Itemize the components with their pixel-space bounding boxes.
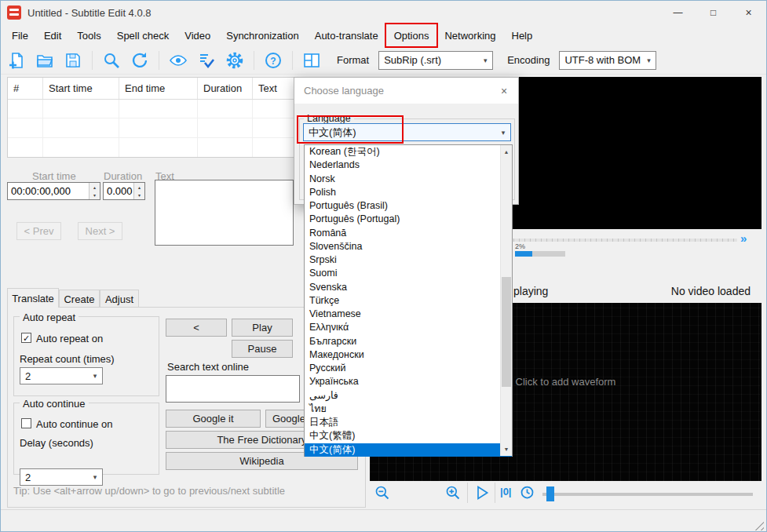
new-file-icon[interactable] — [7, 51, 26, 70]
close-button[interactable]: × — [731, 1, 766, 24]
language-option-selected[interactable]: 中文(简体) — [305, 443, 512, 457]
duration-input[interactable] — [104, 183, 133, 199]
language-option[interactable]: Polish — [305, 186, 512, 199]
language-option[interactable]: 日本語 — [305, 416, 512, 429]
volume-slider[interactable] — [515, 251, 565, 257]
save-icon[interactable] — [64, 51, 82, 70]
start-time-stepper[interactable]: ▴▾ — [7, 182, 100, 200]
visual-sync-icon[interactable] — [169, 51, 188, 70]
menu-item-help[interactable]: Help — [504, 24, 541, 46]
subtitle-text-editor[interactable] — [155, 180, 294, 246]
language-option[interactable]: Українська — [305, 375, 512, 388]
column-divider — [119, 100, 119, 157]
menu-item-tools[interactable]: Tools — [69, 24, 108, 46]
language-option[interactable]: Македонски — [305, 348, 512, 362]
language-option[interactable]: Vietnamese — [305, 308, 512, 321]
layout-icon[interactable] — [302, 51, 321, 70]
tab-translate[interactable]: Translate — [7, 288, 59, 308]
column-header-end-time[interactable]: End time — [119, 78, 198, 99]
zoom-in-icon[interactable] — [445, 485, 461, 501]
column-header-number[interactable]: # — [8, 78, 43, 99]
zoom-out-icon[interactable] — [374, 485, 390, 501]
find-icon[interactable] — [102, 51, 121, 70]
menu-item-options[interactable]: Options — [386, 24, 437, 46]
duration-stepper[interactable]: ▴▾ — [103, 182, 145, 200]
playback-timer-icon[interactable] — [519, 484, 535, 501]
column-divider — [252, 100, 253, 157]
spin-up-icon[interactable]: ▴ — [89, 183, 100, 191]
column-header-start-time[interactable]: Start time — [43, 78, 119, 99]
auto-continue-checkbox[interactable] — [21, 418, 31, 428]
column-divider — [42, 100, 43, 157]
language-option[interactable]: Korean (한국어) — [305, 145, 512, 159]
language-option[interactable]: Norsk — [305, 173, 512, 186]
dialog-title: Choose language — [304, 85, 384, 97]
dropdown-scrollbar[interactable]: ▲ ▼ — [500, 145, 512, 456]
language-option[interactable]: Suomi — [305, 267, 512, 280]
language-option[interactable]: Português (Portugal) — [305, 213, 512, 226]
google-it-button[interactable]: Google it — [166, 410, 261, 428]
auto-continue-checkbox-label[interactable]: Auto continue on — [36, 418, 113, 430]
spin-up-icon[interactable]: ▴ — [134, 183, 144, 191]
stepper-arrows[interactable]: ▴▾ — [89, 183, 100, 199]
encoding-select[interactable]: UTF-8 with BOM ▾ — [559, 51, 656, 70]
help-icon[interactable]: ? — [264, 51, 283, 70]
spell-check-icon[interactable] — [197, 51, 216, 70]
waveform-play-icon[interactable] — [474, 485, 490, 501]
play-from-zero-icon[interactable]: |0| — [500, 486, 512, 497]
dialog-close-button[interactable]: × — [496, 83, 512, 99]
open-file-icon[interactable] — [35, 51, 54, 70]
repeat-count-select[interactable]: 2 ▾ — [20, 367, 103, 384]
menu-item-spell-check[interactable]: Spell check — [109, 24, 177, 46]
start-time-input[interactable] — [8, 183, 88, 199]
back-button[interactable]: < — [166, 319, 227, 337]
menu-item-video[interactable]: Video — [177, 24, 218, 46]
prev-button[interactable]: < Prev — [16, 222, 61, 240]
maximize-button[interactable]: □ — [696, 1, 731, 24]
menu-item-edit[interactable]: Edit — [36, 24, 69, 46]
spin-down-icon[interactable]: ▾ — [89, 191, 100, 200]
format-select[interactable]: SubRip (.srt) ▾ — [378, 51, 493, 70]
settings-gear-icon[interactable] — [225, 51, 244, 70]
language-option[interactable]: Português (Brasil) — [305, 199, 512, 213]
spin-down-icon[interactable]: ▾ — [134, 191, 144, 200]
scroll-up-icon[interactable]: ▲ — [501, 145, 512, 159]
language-option[interactable]: فارسی — [305, 389, 512, 403]
play-button[interactable]: Play — [232, 319, 293, 337]
language-option[interactable]: Türkçe — [305, 294, 512, 308]
stepper-arrows[interactable]: ▴▾ — [133, 183, 144, 199]
pause-button[interactable]: Pause — [232, 340, 293, 358]
menu-item-synchronization[interactable]: Synchronization — [218, 24, 307, 46]
waveform-position-slider[interactable] — [542, 493, 753, 496]
language-option[interactable]: Svenska — [305, 281, 512, 294]
language-option[interactable]: 中文(繁體) — [305, 429, 512, 443]
dialog-title-bar[interactable]: Choose language — [294, 78, 518, 104]
language-option[interactable]: ไทย — [305, 403, 512, 416]
scroll-down-icon[interactable]: ▼ — [501, 443, 512, 456]
resize-grip[interactable] — [754, 521, 764, 530]
language-option[interactable]: Srpski — [305, 253, 512, 267]
delay-select[interactable]: 2 ▾ — [20, 468, 103, 486]
language-option[interactable]: Български — [305, 335, 512, 348]
language-option[interactable]: Ελληνικά — [305, 321, 512, 334]
menu-item-file[interactable]: File — [4, 24, 36, 46]
minimize-button[interactable]: — — [660, 1, 696, 24]
scrollbar-thumb[interactable] — [502, 277, 511, 387]
column-header-duration[interactable]: Duration — [198, 78, 253, 99]
tab-create[interactable]: Create — [59, 290, 100, 308]
search-online-input[interactable] — [166, 375, 300, 403]
menu-item-networking[interactable]: Networking — [436, 24, 503, 46]
language-option[interactable]: Русский — [305, 362, 512, 375]
language-option[interactable]: Română — [305, 227, 512, 240]
auto-repeat-checkbox-label[interactable]: Auto repeat on — [36, 333, 103, 344]
language-option[interactable]: Slovenščina — [305, 240, 512, 253]
fast-forward-icon[interactable]: » — [740, 231, 747, 245]
language-option[interactable]: Nederlands — [305, 159, 512, 172]
auto-repeat-checkbox[interactable]: ✓ — [21, 333, 31, 343]
next-button[interactable]: Next > — [78, 222, 122, 240]
slider-thumb[interactable] — [546, 486, 554, 501]
replace-icon[interactable] — [130, 51, 149, 70]
menu-item-auto-translate[interactable]: Auto-translate — [307, 24, 386, 46]
no-video-label: No video loaded — [668, 285, 751, 297]
tab-adjust[interactable]: Adjust — [100, 290, 139, 308]
